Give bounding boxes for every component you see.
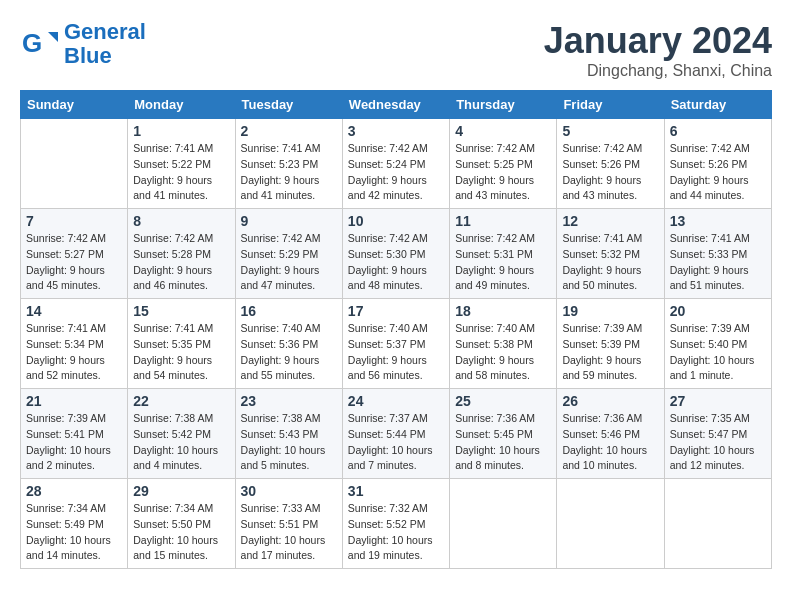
weekday-thursday: Thursday bbox=[450, 91, 557, 119]
day-info: Sunrise: 7:42 AMSunset: 5:26 PMDaylight:… bbox=[670, 141, 766, 204]
calendar-week-5: 28Sunrise: 7:34 AMSunset: 5:49 PMDayligh… bbox=[21, 479, 772, 569]
calendar-cell: 5Sunrise: 7:42 AMSunset: 5:26 PMDaylight… bbox=[557, 119, 664, 209]
calendar-week-3: 14Sunrise: 7:41 AMSunset: 5:34 PMDayligh… bbox=[21, 299, 772, 389]
calendar-cell: 3Sunrise: 7:42 AMSunset: 5:24 PMDaylight… bbox=[342, 119, 449, 209]
logo: G General Blue bbox=[20, 20, 146, 68]
calendar-cell bbox=[664, 479, 771, 569]
calendar-cell: 4Sunrise: 7:42 AMSunset: 5:25 PMDaylight… bbox=[450, 119, 557, 209]
day-info: Sunrise: 7:36 AMSunset: 5:46 PMDaylight:… bbox=[562, 411, 658, 474]
day-info: Sunrise: 7:42 AMSunset: 5:30 PMDaylight:… bbox=[348, 231, 444, 294]
weekday-saturday: Saturday bbox=[664, 91, 771, 119]
calendar-cell: 13Sunrise: 7:41 AMSunset: 5:33 PMDayligh… bbox=[664, 209, 771, 299]
day-info: Sunrise: 7:42 AMSunset: 5:25 PMDaylight:… bbox=[455, 141, 551, 204]
day-info: Sunrise: 7:41 AMSunset: 5:32 PMDaylight:… bbox=[562, 231, 658, 294]
day-number: 17 bbox=[348, 303, 444, 319]
day-info: Sunrise: 7:40 AMSunset: 5:36 PMDaylight:… bbox=[241, 321, 337, 384]
day-number: 14 bbox=[26, 303, 122, 319]
day-number: 8 bbox=[133, 213, 229, 229]
day-number: 6 bbox=[670, 123, 766, 139]
calendar-cell: 14Sunrise: 7:41 AMSunset: 5:34 PMDayligh… bbox=[21, 299, 128, 389]
day-number: 19 bbox=[562, 303, 658, 319]
day-info: Sunrise: 7:39 AMSunset: 5:40 PMDaylight:… bbox=[670, 321, 766, 384]
calendar-cell: 2Sunrise: 7:41 AMSunset: 5:23 PMDaylight… bbox=[235, 119, 342, 209]
calendar-cell bbox=[557, 479, 664, 569]
day-number: 26 bbox=[562, 393, 658, 409]
day-number: 3 bbox=[348, 123, 444, 139]
calendar-table: SundayMondayTuesdayWednesdayThursdayFrid… bbox=[20, 90, 772, 569]
day-info: Sunrise: 7:34 AMSunset: 5:50 PMDaylight:… bbox=[133, 501, 229, 564]
calendar-cell: 16Sunrise: 7:40 AMSunset: 5:36 PMDayligh… bbox=[235, 299, 342, 389]
calendar-cell: 23Sunrise: 7:38 AMSunset: 5:43 PMDayligh… bbox=[235, 389, 342, 479]
day-number: 12 bbox=[562, 213, 658, 229]
calendar-cell: 31Sunrise: 7:32 AMSunset: 5:52 PMDayligh… bbox=[342, 479, 449, 569]
day-info: Sunrise: 7:42 AMSunset: 5:27 PMDaylight:… bbox=[26, 231, 122, 294]
calendar-cell: 25Sunrise: 7:36 AMSunset: 5:45 PMDayligh… bbox=[450, 389, 557, 479]
day-info: Sunrise: 7:41 AMSunset: 5:22 PMDaylight:… bbox=[133, 141, 229, 204]
day-number: 25 bbox=[455, 393, 551, 409]
day-info: Sunrise: 7:40 AMSunset: 5:37 PMDaylight:… bbox=[348, 321, 444, 384]
calendar-cell: 22Sunrise: 7:38 AMSunset: 5:42 PMDayligh… bbox=[128, 389, 235, 479]
calendar-cell bbox=[21, 119, 128, 209]
weekday-friday: Friday bbox=[557, 91, 664, 119]
day-number: 23 bbox=[241, 393, 337, 409]
day-number: 2 bbox=[241, 123, 337, 139]
calendar-cell: 18Sunrise: 7:40 AMSunset: 5:38 PMDayligh… bbox=[450, 299, 557, 389]
day-info: Sunrise: 7:42 AMSunset: 5:28 PMDaylight:… bbox=[133, 231, 229, 294]
weekday-sunday: Sunday bbox=[21, 91, 128, 119]
calendar-cell: 10Sunrise: 7:42 AMSunset: 5:30 PMDayligh… bbox=[342, 209, 449, 299]
calendar-week-2: 7Sunrise: 7:42 AMSunset: 5:27 PMDaylight… bbox=[21, 209, 772, 299]
calendar-cell: 21Sunrise: 7:39 AMSunset: 5:41 PMDayligh… bbox=[21, 389, 128, 479]
day-number: 31 bbox=[348, 483, 444, 499]
calendar-body: 1Sunrise: 7:41 AMSunset: 5:22 PMDaylight… bbox=[21, 119, 772, 569]
calendar-cell: 6Sunrise: 7:42 AMSunset: 5:26 PMDaylight… bbox=[664, 119, 771, 209]
day-number: 29 bbox=[133, 483, 229, 499]
calendar-cell: 7Sunrise: 7:42 AMSunset: 5:27 PMDaylight… bbox=[21, 209, 128, 299]
day-info: Sunrise: 7:39 AMSunset: 5:39 PMDaylight:… bbox=[562, 321, 658, 384]
day-number: 16 bbox=[241, 303, 337, 319]
day-info: Sunrise: 7:34 AMSunset: 5:49 PMDaylight:… bbox=[26, 501, 122, 564]
calendar-cell: 28Sunrise: 7:34 AMSunset: 5:49 PMDayligh… bbox=[21, 479, 128, 569]
day-number: 24 bbox=[348, 393, 444, 409]
weekday-header-row: SundayMondayTuesdayWednesdayThursdayFrid… bbox=[21, 91, 772, 119]
day-number: 18 bbox=[455, 303, 551, 319]
day-info: Sunrise: 7:37 AMSunset: 5:44 PMDaylight:… bbox=[348, 411, 444, 474]
calendar-cell: 19Sunrise: 7:39 AMSunset: 5:39 PMDayligh… bbox=[557, 299, 664, 389]
calendar-week-4: 21Sunrise: 7:39 AMSunset: 5:41 PMDayligh… bbox=[21, 389, 772, 479]
day-info: Sunrise: 7:32 AMSunset: 5:52 PMDaylight:… bbox=[348, 501, 444, 564]
calendar-cell: 27Sunrise: 7:35 AMSunset: 5:47 PMDayligh… bbox=[664, 389, 771, 479]
day-number: 30 bbox=[241, 483, 337, 499]
day-number: 13 bbox=[670, 213, 766, 229]
day-info: Sunrise: 7:33 AMSunset: 5:51 PMDaylight:… bbox=[241, 501, 337, 564]
weekday-tuesday: Tuesday bbox=[235, 91, 342, 119]
svg-text:G: G bbox=[22, 28, 42, 58]
day-info: Sunrise: 7:38 AMSunset: 5:42 PMDaylight:… bbox=[133, 411, 229, 474]
day-number: 21 bbox=[26, 393, 122, 409]
title-block: January 2024 Dingchang, Shanxi, China bbox=[544, 20, 772, 80]
calendar-cell: 26Sunrise: 7:36 AMSunset: 5:46 PMDayligh… bbox=[557, 389, 664, 479]
day-number: 28 bbox=[26, 483, 122, 499]
page-header: G General Blue January 2024 Dingchang, S… bbox=[20, 20, 772, 80]
day-info: Sunrise: 7:38 AMSunset: 5:43 PMDaylight:… bbox=[241, 411, 337, 474]
calendar-cell: 8Sunrise: 7:42 AMSunset: 5:28 PMDaylight… bbox=[128, 209, 235, 299]
calendar-cell: 11Sunrise: 7:42 AMSunset: 5:31 PMDayligh… bbox=[450, 209, 557, 299]
calendar-cell: 17Sunrise: 7:40 AMSunset: 5:37 PMDayligh… bbox=[342, 299, 449, 389]
month-title: January 2024 bbox=[544, 20, 772, 62]
logo-text: General Blue bbox=[64, 20, 146, 68]
day-info: Sunrise: 7:41 AMSunset: 5:33 PMDaylight:… bbox=[670, 231, 766, 294]
day-number: 5 bbox=[562, 123, 658, 139]
day-number: 4 bbox=[455, 123, 551, 139]
day-info: Sunrise: 7:40 AMSunset: 5:38 PMDaylight:… bbox=[455, 321, 551, 384]
calendar-cell: 24Sunrise: 7:37 AMSunset: 5:44 PMDayligh… bbox=[342, 389, 449, 479]
weekday-wednesday: Wednesday bbox=[342, 91, 449, 119]
calendar-cell bbox=[450, 479, 557, 569]
calendar-cell: 29Sunrise: 7:34 AMSunset: 5:50 PMDayligh… bbox=[128, 479, 235, 569]
calendar-cell: 15Sunrise: 7:41 AMSunset: 5:35 PMDayligh… bbox=[128, 299, 235, 389]
day-info: Sunrise: 7:42 AMSunset: 5:24 PMDaylight:… bbox=[348, 141, 444, 204]
day-info: Sunrise: 7:41 AMSunset: 5:34 PMDaylight:… bbox=[26, 321, 122, 384]
day-number: 10 bbox=[348, 213, 444, 229]
calendar-cell: 12Sunrise: 7:41 AMSunset: 5:32 PMDayligh… bbox=[557, 209, 664, 299]
calendar-cell: 30Sunrise: 7:33 AMSunset: 5:51 PMDayligh… bbox=[235, 479, 342, 569]
day-number: 22 bbox=[133, 393, 229, 409]
calendar-cell: 1Sunrise: 7:41 AMSunset: 5:22 PMDaylight… bbox=[128, 119, 235, 209]
day-number: 7 bbox=[26, 213, 122, 229]
